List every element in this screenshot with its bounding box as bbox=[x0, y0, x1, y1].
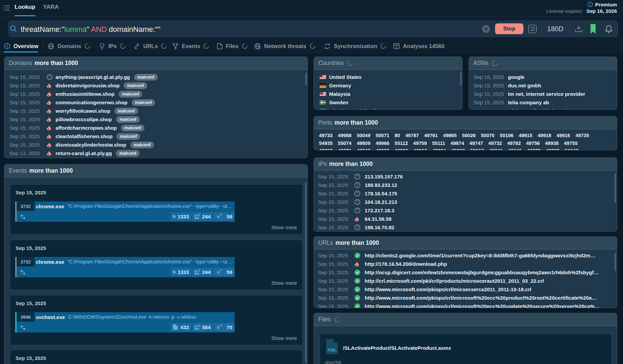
svg-text:?: ? bbox=[357, 191, 359, 195]
svg-text:?: ? bbox=[357, 225, 359, 229]
svg-text:?: ? bbox=[49, 75, 51, 79]
svg-text:XML: XML bbox=[327, 347, 337, 352]
svg-text:?: ? bbox=[357, 200, 359, 204]
svg-text:?: ? bbox=[357, 174, 359, 178]
svg-text:?: ? bbox=[357, 183, 359, 187]
svg-text:?: ? bbox=[357, 208, 359, 212]
